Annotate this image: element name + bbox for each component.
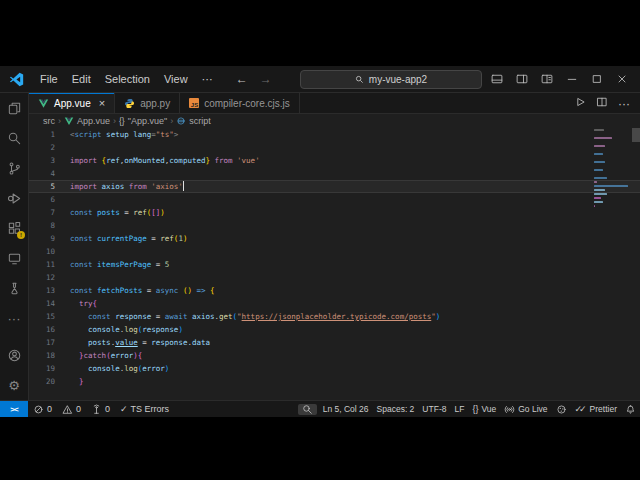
status-go-live[interactable]: Go Live: [500, 404, 551, 415]
code-line[interactable]: 18 }catch(error){: [29, 349, 640, 362]
line-number[interactable]: 14: [29, 297, 63, 310]
line-number[interactable]: 1: [29, 128, 63, 141]
code-line[interactable]: 2: [29, 141, 640, 154]
line-number[interactable]: 17: [29, 336, 63, 349]
menu-more-menus[interactable]: ⋯: [195, 66, 220, 92]
url-link[interactable]: https://jsonplaceholder.typicode.com/pos…: [242, 312, 432, 321]
activity-accounts[interactable]: [0, 340, 28, 370]
code-line[interactable]: 7const posts = ref([]): [29, 206, 640, 219]
line-number[interactable]: 8: [29, 219, 63, 232]
minimap-line: [594, 161, 605, 163]
more-actions-button[interactable]: ···: [618, 94, 630, 112]
status-language-mode[interactable]: {}Vue: [468, 404, 500, 414]
layout-panel-icon[interactable]: [491, 73, 503, 85]
code-line[interactable]: 14 try{: [29, 297, 640, 310]
status-prettier[interactable]: ✓✓Prettier: [571, 404, 622, 414]
activity-explorer[interactable]: [0, 93, 28, 123]
activity-testing[interactable]: [0, 273, 28, 303]
menu-file[interactable]: File: [33, 66, 65, 92]
status-ts-errors[interactable]: ✓TS Errors: [115, 404, 174, 414]
line-number[interactable]: 20: [29, 375, 63, 388]
code-line[interactable]: 1<script setup lang="ts">: [29, 128, 640, 141]
line-number[interactable]: 18: [29, 349, 63, 362]
line-number[interactable]: 4: [29, 167, 63, 180]
code-token: lang: [129, 130, 152, 139]
layout-customize-icon[interactable]: [541, 73, 553, 85]
status-cursor-position[interactable]: Ln 5, Col 26: [319, 404, 373, 414]
close-icon[interactable]: ×: [99, 98, 105, 109]
code-line[interactable]: 4: [29, 167, 640, 180]
code-editor[interactable]: 1<script setup lang="ts">23import {ref,o…: [29, 128, 640, 400]
tab-app-vue[interactable]: App.vue×: [29, 93, 115, 113]
code-line[interactable]: 15 const response = await axios.get("htt…: [29, 310, 640, 323]
crumb-component[interactable]: {}"App.vue": [119, 116, 167, 126]
status-zoom-indicator[interactable]: [298, 404, 317, 415]
status-problems-warnings[interactable]: 0: [57, 404, 86, 415]
code-line[interactable]: 13const fetchPosts = async () => {: [29, 284, 640, 297]
remote-indicator[interactable]: ><: [0, 401, 28, 417]
layout-sidebar-right-icon[interactable]: [516, 73, 528, 85]
status-problems-errors[interactable]: 0: [28, 404, 57, 415]
crumb-src[interactable]: src: [43, 116, 55, 126]
line-number[interactable]: 7: [29, 206, 63, 219]
menu-view[interactable]: View: [157, 66, 195, 92]
code-line[interactable]: 6: [29, 193, 640, 206]
code-line[interactable]: 16 console.log(response): [29, 323, 640, 336]
status-encoding[interactable]: UTF-8: [418, 404, 450, 414]
activity-remote-explorer[interactable]: [0, 243, 28, 273]
forward-icon[interactable]: →: [260, 72, 272, 86]
split-editor-button[interactable]: [596, 94, 608, 112]
activity-source-control[interactable]: [0, 153, 28, 183]
code-line[interactable]: 19 console.log(error): [29, 362, 640, 375]
code-line[interactable]: 9const currentPage = ref(1): [29, 232, 640, 245]
crumb-file[interactable]: App.vue: [64, 116, 110, 126]
status-notifications[interactable]: [621, 404, 640, 415]
line-number[interactable]: 11: [29, 258, 63, 271]
activity-run-debug[interactable]: [0, 183, 28, 213]
line-number[interactable]: 5: [29, 180, 63, 193]
code-line[interactable]: 17 posts.value = response.data: [29, 336, 640, 349]
line-number[interactable]: 2: [29, 141, 63, 154]
code-line[interactable]: 8: [29, 219, 640, 232]
code-content: [63, 245, 70, 258]
tab-app-py[interactable]: app.py: [115, 93, 180, 113]
activity-more-views[interactable]: ···: [0, 303, 28, 333]
line-number[interactable]: 13: [29, 284, 63, 297]
line-number[interactable]: 10: [29, 245, 63, 258]
code-token: const: [70, 286, 97, 295]
line-number[interactable]: 9: [29, 232, 63, 245]
status-browser-preview[interactable]: [552, 404, 571, 415]
minimize-icon[interactable]: [566, 73, 578, 85]
minimap[interactable]: [594, 129, 630, 209]
line-number[interactable]: 16: [29, 323, 63, 336]
line-number[interactable]: 3: [29, 154, 63, 167]
status-indentation[interactable]: Spaces: 2: [373, 404, 419, 414]
menu-selection[interactable]: Selection: [98, 66, 157, 92]
code-line[interactable]: 11const itemsPerPage = 5: [29, 258, 640, 271]
code-line[interactable]: 3import {ref,onMounted,computed} from 'v…: [29, 154, 640, 167]
activity-settings[interactable]: ⚙: [0, 370, 28, 400]
code-line[interactable]: 5import axios from 'axios': [29, 180, 640, 193]
line-number[interactable]: 15: [29, 310, 63, 323]
code-line[interactable]: 12: [29, 271, 640, 284]
line-number[interactable]: 19: [29, 362, 63, 375]
line-number[interactable]: 12: [29, 271, 63, 284]
menu-edit[interactable]: Edit: [65, 66, 98, 92]
back-icon[interactable]: ←: [236, 72, 248, 86]
search-input[interactable]: my-vue-app2: [300, 70, 482, 89]
activity-extensions[interactable]: !: [0, 213, 28, 243]
code-line[interactable]: 10: [29, 245, 640, 258]
activity-search[interactable]: [0, 123, 28, 153]
title-bar: FileEditSelectionView⋯ ← → my-vue-app2: [0, 66, 640, 93]
status-eol[interactable]: LF: [450, 404, 468, 414]
code-token: const: [70, 260, 97, 269]
maximize-icon[interactable]: [591, 73, 603, 85]
line-number[interactable]: 6: [29, 193, 63, 206]
run-button[interactable]: [574, 94, 586, 112]
window-close-icon[interactable]: [616, 73, 628, 85]
status-ports[interactable]: 0: [86, 404, 115, 415]
tab-compiler-core[interactable]: JScompiler-core.cjs.js: [180, 93, 300, 113]
code-line[interactable]: 20 }: [29, 375, 640, 388]
scrollbar-thumb[interactable]: [632, 128, 640, 142]
crumb-script[interactable]: script: [176, 116, 211, 126]
